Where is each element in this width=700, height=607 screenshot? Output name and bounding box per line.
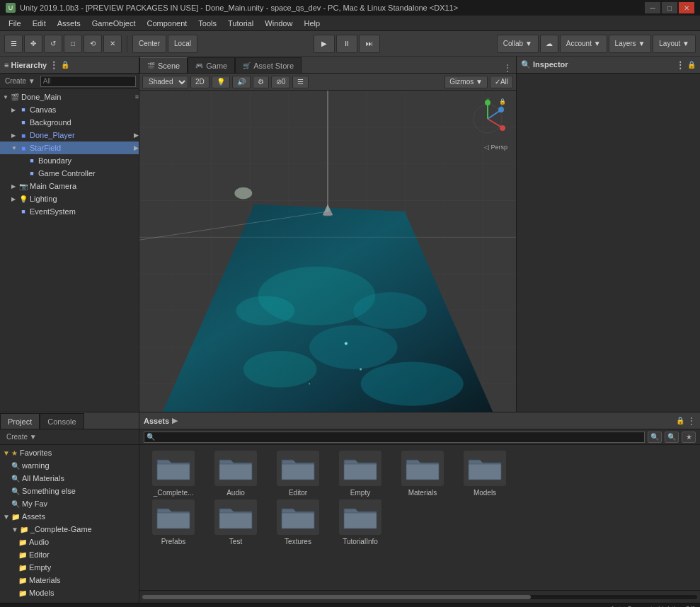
hierarchy-create[interactable]: Create ▼	[3, 76, 38, 86]
inspector-lock[interactable]: 🔒	[687, 61, 696, 69]
move-tool[interactable]: ✥	[24, 35, 42, 53]
account-button[interactable]: Account ▼	[560, 35, 607, 53]
asset-item-models[interactable]: Models	[457, 451, 513, 497]
collab-button[interactable]: Collab ▼	[497, 35, 539, 53]
hier-item-canvas[interactable]: ▶ ■ Canvas	[0, 103, 139, 116]
asset-store-tab[interactable]: 🛒 Asset Store	[235, 57, 302, 73]
menu-edit[interactable]: Edit	[27, 18, 52, 29]
asset-item-complete-game[interactable]: _Complete...	[145, 451, 202, 497]
close-button[interactable]: ✕	[679, 2, 694, 13]
2d-button[interactable]: 2D	[190, 76, 210, 88]
fav-all-materials[interactable]: 🔍 All Materials	[0, 472, 139, 485]
hand-tool[interactable]: ☰	[4, 35, 23, 53]
play-button[interactable]: ▶	[314, 35, 335, 53]
asset-item-textures[interactable]: Textures	[270, 499, 326, 545]
rotate-tool[interactable]: ↺	[44, 35, 62, 53]
asset-complete-game[interactable]: ▼ 📁 _Complete-Game	[0, 523, 139, 536]
menu-component[interactable]: Component	[141, 18, 193, 29]
gizmos-button[interactable]: Gizmos ▼	[444, 76, 488, 88]
pause-button[interactable]: ⏸	[336, 35, 357, 53]
favorites-header[interactable]: ▼ ★ Favorites	[0, 446, 139, 459]
audio-toggle[interactable]: 🔊	[232, 76, 251, 88]
hierarchy-lock[interactable]: 🔒	[61, 61, 69, 69]
assets-header[interactable]: ▼ 📁 Assets	[0, 510, 139, 523]
asset-models[interactable]: ▶ 📁 Models	[0, 586, 139, 599]
menu-tools[interactable]: Tools	[193, 18, 222, 29]
step-button[interactable]: ⏭	[359, 35, 380, 53]
asset-browser: Assets ▶ 🔒 ⋮ 🔍 🔍 ★	[139, 412, 700, 603]
hier-item-starfield[interactable]: ▼ ■ StarField ▶	[0, 141, 139, 154]
search-filter-2[interactable]: 🔍	[665, 432, 679, 443]
menu-help[interactable]: Help	[298, 18, 326, 29]
cloud-button[interactable]: ☁	[540, 35, 558, 53]
project-tab[interactable]: Project	[0, 413, 40, 429]
asset-materials[interactable]: ▶ 📁 Materials	[0, 574, 139, 586]
console-tab[interactable]: Console	[40, 413, 84, 429]
hier-item-eventsystem[interactable]: ■ EventSystem	[0, 205, 139, 218]
fav-warning[interactable]: 🔍 warning	[0, 459, 139, 472]
asset-search-input[interactable]	[144, 432, 645, 443]
star-filter[interactable]: ★	[682, 432, 696, 443]
asset-audio[interactable]: ▶ 📁 Audio	[0, 536, 139, 548]
hierarchy-search[interactable]	[40, 76, 136, 87]
asset-item-editor[interactable]: Editor	[270, 451, 326, 497]
fav-something-else[interactable]: 🔍 Something else	[0, 485, 139, 497]
hier-item-done-main[interactable]: ▼ 🎬 Done_Main ≡	[0, 91, 139, 103]
layers-button[interactable]: Layers ▼	[609, 35, 652, 53]
done-main-menu[interactable]: ≡	[135, 93, 139, 100]
menu-tutorial[interactable]: Tutorial	[222, 18, 259, 29]
scene-gizmo[interactable]: Y X Z 🔒	[466, 98, 509, 140]
asset-menu-icon[interactable]: ⋮	[687, 416, 696, 426]
center-button[interactable]: Center	[132, 35, 166, 53]
hier-item-lighting[interactable]: ▶ 💡 Lighting	[0, 192, 139, 205]
scene-tab[interactable]: 🎬 Scene	[139, 57, 188, 73]
shaded-select[interactable]: Shaded	[142, 76, 188, 88]
cube-icon: ■	[27, 156, 37, 166]
window-controls[interactable]: ─ □ ✕	[645, 2, 694, 13]
asset-scrollbar[interactable]	[142, 595, 697, 599]
menu-file[interactable]: File	[3, 18, 27, 29]
scene-panel-menu[interactable]: ⋮	[499, 63, 516, 73]
cube-icon: ■	[18, 207, 28, 216]
transform-tool[interactable]: ✕	[103, 35, 122, 53]
inspector-menu[interactable]: ⋮	[676, 60, 684, 70]
textures-asset-label: Textures	[285, 538, 311, 545]
scale-tool[interactable]: □	[64, 35, 82, 53]
maximize-button[interactable]: □	[662, 2, 677, 13]
all-button[interactable]: ✓All	[490, 76, 513, 88]
hier-item-main-camera[interactable]: ▶ 📷 Main Camera	[0, 180, 139, 192]
menu-gameobject[interactable]: GameObject	[86, 18, 142, 29]
effects-toggle[interactable]: ⚙	[253, 76, 269, 88]
asset-item-materials[interactable]: Materials	[394, 451, 451, 497]
hier-item-game-controller[interactable]: ■ Game Controller	[0, 167, 139, 180]
asset-item-prefabs[interactable]: Prefabs	[145, 499, 202, 545]
search-icon: 🔍	[11, 475, 20, 482]
asset-empty[interactable]: ▶ 📁 Empty	[0, 561, 139, 574]
hierarchy-menu[interactable]: ⋮	[50, 60, 58, 70]
search-filter-1[interactable]: 🔍	[648, 432, 662, 443]
fav-my-fav[interactable]: 🔍 My Fav	[0, 497, 139, 510]
local-button[interactable]: Local	[168, 35, 197, 53]
asset-item-test[interactable]: Test	[207, 499, 264, 545]
minimize-button[interactable]: ─	[645, 2, 660, 13]
scene-view[interactable]: Y X Z 🔒 ◁ Persp	[139, 91, 516, 412]
project-create[interactable]: Create ▼	[4, 432, 39, 441]
hier-item-boundary[interactable]: ■ Boundary	[0, 154, 139, 167]
menu-window[interactable]: Window	[259, 18, 298, 29]
hier-item-background[interactable]: ■ Background	[0, 116, 139, 129]
layout-button[interactable]: Layout ▼	[653, 35, 696, 53]
menu-assets[interactable]: Assets	[52, 18, 86, 29]
asset-item-audio[interactable]: Audio	[207, 451, 264, 497]
hier-item-done-player[interactable]: ▶ ■ Done_Player ▶	[0, 129, 139, 141]
lighting-toggle[interactable]: 💡	[212, 76, 230, 88]
zero-btn[interactable]: ⊘0	[271, 76, 291, 88]
game-tab[interactable]: 🎮 Game	[188, 57, 235, 73]
rect-tool[interactable]: ⟲	[84, 35, 102, 53]
asset-editor[interactable]: ▶ 📁 Editor	[0, 548, 139, 561]
asset-item-empty[interactable]: Empty	[332, 451, 389, 497]
lock-icon[interactable]: 🔒	[676, 417, 684, 424]
asset-item-tutorialinfo[interactable]: TutorialInfo	[332, 499, 389, 545]
hide-btn[interactable]: ☰	[292, 76, 309, 88]
folder-icon: 📁	[18, 551, 27, 559]
asset-prefabs[interactable]: ▶ 📁 Prefabs	[0, 599, 139, 603]
